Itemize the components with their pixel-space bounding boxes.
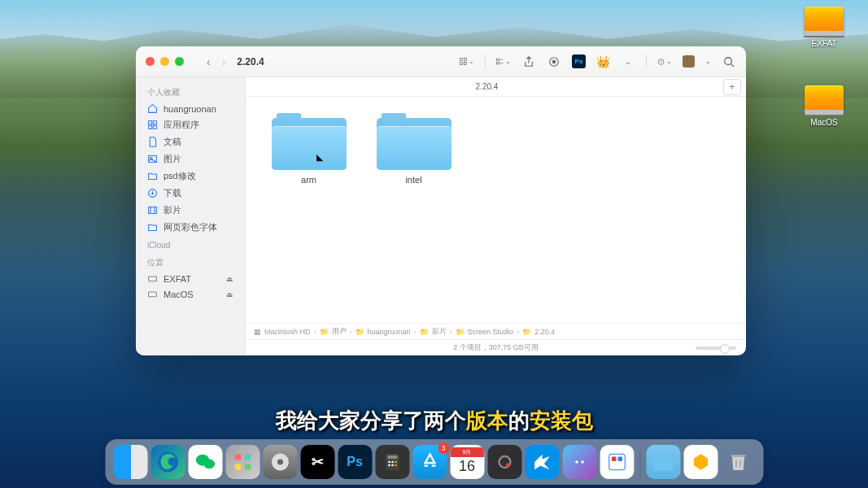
svg-point-46 [575, 460, 578, 464]
svg-point-33 [277, 460, 283, 465]
sidebar-favorites-header: 个人收藏 [136, 82, 245, 101]
status-text: 2 个项目，307.75 GB可用 [453, 342, 539, 353]
sidebar-item-downloads[interactable]: 下载 [136, 185, 245, 202]
svg-point-47 [581, 460, 584, 464]
dock-calculator[interactable] [375, 445, 409, 479]
dock-settings[interactable] [263, 445, 297, 479]
eject-icon[interactable]: ⏏ [226, 275, 233, 283]
sidebar-item-applications[interactable]: 应用程序 [136, 116, 245, 133]
dock-finder[interactable] [113, 445, 147, 479]
tab[interactable]: 2.20.4 [251, 82, 723, 91]
svg-rect-29 [244, 454, 251, 460]
dock-todo[interactable] [600, 445, 634, 479]
share-button[interactable] [521, 54, 536, 69]
path-bar[interactable]: ▦Macintosh HD› 📁用户› 📁huangruonan› 📁影片› 📁… [246, 323, 746, 339]
svg-point-45 [569, 452, 588, 471]
sidebar-item-home[interactable]: huangruonan [136, 101, 245, 116]
sidebar-item-pictures[interactable]: 图片 [136, 150, 245, 168]
sidebar: 个人收藏 huangruonan 应用程序 文稿 图片 psd修改 下载 影片 … [136, 77, 246, 355]
toolbar: ⌄ ⌄ Ps 👑 ⌄ ⌄ ⌄ [460, 54, 736, 69]
svg-rect-16 [153, 125, 156, 129]
group-button[interactable]: ⌄ [496, 54, 511, 69]
sidebar-icloud-header: iCloud [136, 236, 245, 252]
svg-rect-1 [465, 59, 467, 61]
dock-edge[interactable] [150, 445, 185, 479]
content-area: 2.20.4 + ◣ arm intel ▦Macintosh HD› 📁用户›… [246, 77, 746, 355]
external-drive-icon [805, 85, 844, 115]
folder-intel[interactable]: intel [375, 113, 452, 185]
svg-rect-31 [244, 464, 251, 470]
sidebar-item-documents[interactable]: 文稿 [136, 133, 245, 150]
dock-wechat[interactable] [188, 445, 222, 479]
folder-arm[interactable]: ◣ arm [270, 113, 347, 185]
forward-button[interactable]: › [222, 55, 226, 68]
search-button[interactable] [722, 54, 736, 69]
dock-launchpad[interactable] [225, 445, 260, 479]
svg-point-44 [505, 463, 509, 467]
sidebar-item-psd[interactable]: psd修改 [136, 168, 245, 185]
new-tab-button[interactable]: + [723, 79, 741, 95]
zoom-slider[interactable] [696, 346, 736, 350]
dropdown-icon[interactable]: ⌄ [621, 54, 635, 69]
status-bar: 2 个项目，307.75 GB可用 [246, 339, 746, 355]
desktop-drive-macos[interactable]: MacOS [795, 85, 853, 127]
view-icons-button[interactable]: ⌄ [460, 54, 474, 69]
svg-point-36 [388, 461, 390, 464]
svg-point-41 [395, 464, 397, 467]
folder-icon [377, 113, 451, 170]
sidebar-location-macos[interactable]: MacOS⏏ [136, 286, 245, 302]
desktop-drive-exfat[interactable]: EXFAT [795, 7, 853, 48]
window-controls [146, 57, 184, 66]
extra-icon[interactable] [683, 55, 695, 68]
sidebar-item-movies[interactable]: 影片 [136, 202, 245, 219]
svg-rect-35 [387, 455, 397, 459]
drive-label: MacOS [810, 118, 837, 127]
svg-point-38 [395, 461, 397, 464]
tag-button[interactable] [547, 54, 561, 69]
dock-calendar[interactable]: 9月16 [450, 445, 484, 479]
zoom-button[interactable] [175, 57, 184, 66]
photoshop-icon[interactable]: Ps [572, 54, 586, 68]
eject-icon[interactable]: ⏏ [226, 290, 233, 298]
svg-rect-5 [497, 63, 499, 64]
svg-point-40 [391, 464, 394, 467]
dock-obs[interactable] [487, 445, 521, 479]
dock-trash[interactable] [721, 445, 755, 479]
dock-capcut[interactable]: ✂ [300, 445, 334, 479]
folder-icon: ◣ [272, 113, 347, 170]
dock-app[interactable] [683, 445, 718, 479]
svg-point-27 [203, 460, 215, 469]
back-button[interactable]: ‹ [207, 55, 211, 68]
svg-rect-0 [460, 59, 463, 61]
close-button[interactable] [146, 57, 155, 66]
minimize-button[interactable] [160, 57, 169, 66]
crown-icon[interactable]: 👑 [596, 55, 610, 68]
svg-rect-28 [234, 454, 241, 460]
svg-rect-23 [149, 277, 157, 281]
dock-downloads[interactable] [646, 445, 680, 479]
drive-label: EXFAT [812, 39, 837, 48]
svg-rect-14 [153, 121, 156, 124]
dock-photoshop[interactable]: Ps [338, 445, 372, 479]
svg-rect-48 [608, 454, 625, 470]
window-title: 2.20.4 [237, 56, 264, 68]
window-titlebar[interactable]: ‹ › 2.20.4 ⌄ ⌄ Ps 👑 ⌄ ⌄ ⌄ [136, 46, 746, 77]
tab-bar: 2.20.4 + [246, 77, 746, 97]
sidebar-item-webfonts[interactable]: 网页彩色字体 [136, 219, 245, 236]
folder-label: intel [405, 175, 421, 185]
file-grid[interactable]: ◣ arm intel [246, 97, 746, 323]
dock-appstore[interactable]: 3 [412, 445, 447, 479]
finder-window: ‹ › 2.20.4 ⌄ ⌄ Ps 👑 ⌄ ⌄ ⌄ 个人收藏 huangruon… [136, 46, 746, 355]
action-button[interactable]: ⌄ [657, 54, 672, 69]
dock-thunderbird[interactable] [525, 445, 559, 479]
svg-rect-3 [465, 63, 467, 65]
sidebar-location-exfat[interactable]: EXFAT⏏ [136, 271, 245, 286]
svg-line-12 [731, 63, 735, 67]
badge: 3 [438, 442, 449, 454]
video-subtitle: 我给大家分享了两个版本的安装包 [276, 407, 593, 435]
svg-rect-24 [149, 292, 157, 297]
svg-rect-2 [460, 63, 463, 65]
nav-arrows: ‹ › [207, 55, 225, 68]
dock-messages[interactable] [562, 445, 596, 479]
svg-point-9 [552, 60, 556, 63]
